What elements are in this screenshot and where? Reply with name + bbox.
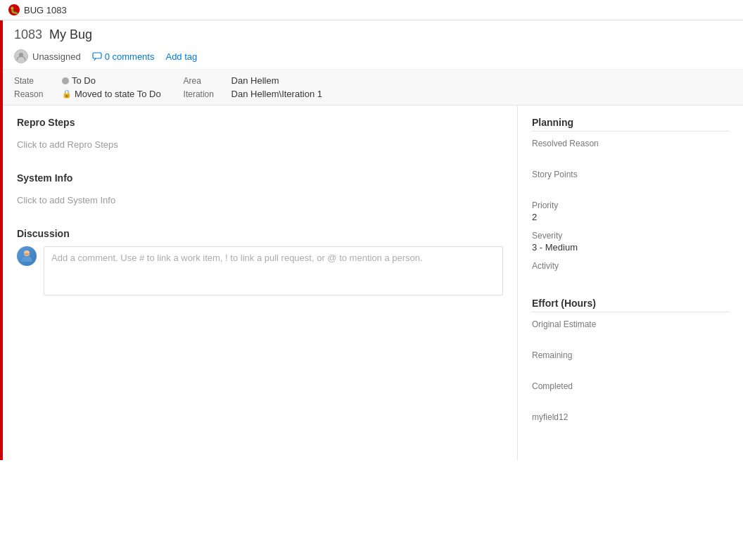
reason-field-row: Reason 🔒 Moved to state To Do xyxy=(14,89,161,99)
repro-steps-placeholder[interactable]: Click to add Repro Steps xyxy=(17,134,503,155)
severity-label: Severity xyxy=(532,231,729,241)
area-field-row: Area Dan Hellem xyxy=(184,75,322,86)
effort-section: Effort (Hours) Original Estimate Remaini… xyxy=(532,298,729,435)
work-item-title[interactable]: My Bug xyxy=(49,27,92,42)
fields-row: State To Do Reason 🔒 Moved to state To D… xyxy=(3,70,743,106)
state-text: To Do xyxy=(72,75,96,86)
main-layout: Repro Steps Click to add Repro Steps Sys… xyxy=(3,106,743,460)
right-column: Planning Resolved Reason Story Points Pr… xyxy=(518,106,743,460)
state-field-row: State To Do xyxy=(14,75,161,86)
top-bar: 🐛 BUG 1083 xyxy=(0,0,743,20)
remaining-value[interactable] xyxy=(532,362,729,373)
discussion-section: Discussion Add a comment. Use # to link … xyxy=(17,228,503,295)
planning-section: Planning Resolved Reason Story Points Pr… xyxy=(532,117,729,284)
state-label: State xyxy=(14,76,56,86)
state-value[interactable]: To Do xyxy=(62,75,96,86)
title-section: 1083 My Bug xyxy=(3,20,743,46)
original-estimate-label: Original Estimate xyxy=(532,319,729,329)
completed-value[interactable] xyxy=(532,393,729,404)
iteration-field-row: Iteration Dan Hellem\Iteration 1 xyxy=(184,89,322,99)
user-avatar xyxy=(14,49,28,63)
repro-steps-title: Repro Steps xyxy=(17,117,503,128)
remaining-label: Remaining xyxy=(532,350,729,360)
left-column: Repro Steps Click to add Repro Steps Sys… xyxy=(3,106,518,460)
comment-input-area: Add a comment. Use # to link a work item… xyxy=(17,246,503,295)
priority-label: Priority xyxy=(532,201,729,210)
content-wrapper: 1083 My Bug Unassigned 0 comments Add ta… xyxy=(0,20,743,460)
resolved-reason-value[interactable] xyxy=(532,150,729,161)
myfield12-field: myfield12 xyxy=(532,412,729,435)
work-item-id: 1083 xyxy=(14,27,42,42)
story-points-label: Story Points xyxy=(532,170,729,179)
reason-value[interactable]: 🔒 Moved to state To Do xyxy=(62,89,161,99)
comment-icon xyxy=(92,51,102,61)
resolved-reason-label: Resolved Reason xyxy=(532,139,729,148)
area-iteration-group: Area Dan Hellem Iteration Dan Hellem\Ite… xyxy=(184,75,345,99)
completed-field: Completed xyxy=(532,381,729,404)
comment-placeholder: Add a comment. Use # to link a work item… xyxy=(44,247,502,269)
comment-input-box[interactable]: Add a comment. Use # to link a work item… xyxy=(44,246,503,295)
assigned-user[interactable]: Unassigned xyxy=(14,49,81,63)
area-label: Area xyxy=(184,76,226,86)
bug-icon: 🐛 xyxy=(8,4,20,15)
iteration-value[interactable]: Dan Hellem\Iteration 1 xyxy=(231,89,322,99)
activity-label: Activity xyxy=(532,261,729,271)
repro-steps-section: Repro Steps Click to add Repro Steps xyxy=(17,117,503,155)
activity-field: Activity xyxy=(532,261,729,284)
story-points-value[interactable] xyxy=(532,181,729,192)
resolved-reason-field: Resolved Reason xyxy=(532,139,729,161)
system-info-title: System Info xyxy=(17,172,503,184)
meta-bar: Unassigned 0 comments Add tag xyxy=(3,46,743,70)
system-info-section: System Info Click to add System Info xyxy=(17,172,503,211)
top-bar-title: BUG 1083 xyxy=(24,5,67,15)
severity-field: Severity 3 - Medium xyxy=(532,231,729,253)
lock-icon: 🔒 xyxy=(62,89,72,98)
activity-value[interactable] xyxy=(532,272,729,284)
original-estimate-field: Original Estimate xyxy=(532,319,729,342)
reason-text: Moved to state To Do xyxy=(75,89,161,99)
comments-link[interactable]: 0 comments xyxy=(92,51,155,62)
area-value[interactable]: Dan Hellem xyxy=(231,75,279,86)
iteration-label: Iteration xyxy=(184,89,226,99)
comments-count: 0 comments xyxy=(105,51,155,62)
svg-rect-1 xyxy=(93,53,101,58)
state-reason-group: State To Do Reason 🔒 Moved to state To D… xyxy=(14,75,184,99)
commenter-avatar xyxy=(17,246,37,266)
myfield12-value[interactable] xyxy=(532,424,729,435)
myfield12-label: myfield12 xyxy=(532,412,729,422)
system-info-placeholder[interactable]: Click to add System Info xyxy=(17,189,503,211)
original-estimate-value[interactable] xyxy=(532,331,729,342)
completed-label: Completed xyxy=(532,381,729,391)
planning-title: Planning xyxy=(532,117,729,132)
story-points-field: Story Points xyxy=(532,170,729,192)
assigned-user-label: Unassigned xyxy=(32,51,81,62)
severity-value[interactable]: 3 - Medium xyxy=(532,242,729,253)
state-dot xyxy=(62,77,69,84)
priority-value[interactable]: 2 xyxy=(532,212,729,222)
priority-field: Priority 2 xyxy=(532,201,729,222)
remaining-field: Remaining xyxy=(532,350,729,373)
discussion-title: Discussion xyxy=(17,228,503,239)
avatar-svg xyxy=(18,248,35,265)
effort-title: Effort (Hours) xyxy=(532,298,729,312)
reason-label: Reason xyxy=(14,89,56,99)
add-tag-button[interactable]: Add tag xyxy=(165,51,197,62)
